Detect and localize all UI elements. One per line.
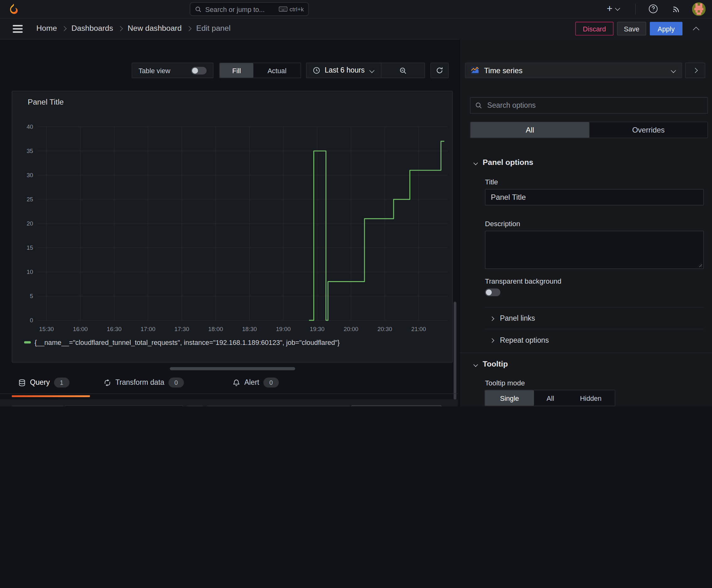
visualization-name: Time series	[484, 66, 522, 75]
visualization-picker[interactable]: Time series	[465, 63, 682, 78]
keyboard-icon	[278, 6, 287, 12]
tooltip-mode-label: Tooltip mode	[485, 379, 525, 387]
svg-text:20:00: 20:00	[343, 326, 358, 332]
refresh-icon	[436, 67, 443, 74]
control-divider	[381, 63, 382, 78]
vertical-scrollbar[interactable]	[454, 301, 456, 400]
svg-text:20:30: 20:30	[377, 326, 392, 332]
svg-text:40: 40	[27, 123, 33, 130]
fill-actual-group: Fill Actual	[219, 63, 301, 78]
datasource-help-button[interactable]	[187, 405, 203, 406]
breadcrumb-home[interactable]: Home	[37, 24, 57, 33]
table-view-toggle[interactable]	[191, 67, 207, 75]
section-chevron-icon	[473, 161, 478, 165]
description-textarea[interactable]	[485, 231, 704, 269]
svg-text:19:30: 19:30	[310, 326, 325, 332]
tooltip-all-option[interactable]: All	[534, 390, 567, 405]
options-pane: Time series All Overrides Panel options …	[459, 39, 712, 406]
tab-alert-label: Alert	[244, 378, 259, 387]
panel-resize-handle[interactable]	[170, 367, 295, 370]
new-menu-button[interactable]: +	[606, 4, 619, 13]
svg-text:21:00: 21:00	[411, 326, 426, 332]
refresh-button[interactable]	[430, 63, 449, 78]
menu-hamburger-icon[interactable]	[13, 25, 23, 33]
fill-option[interactable]: Fill	[220, 63, 253, 78]
transparent-background-label: Transparent background	[485, 277, 561, 285]
description-label: Description	[485, 220, 520, 228]
tab-query-label: Query	[30, 378, 50, 387]
discard-button[interactable]: Discard	[576, 22, 614, 35]
topbar-divider	[635, 4, 636, 15]
section-divider	[460, 352, 712, 353]
actual-option[interactable]: Actual	[253, 63, 300, 78]
user-avatar[interactable]	[692, 2, 706, 16]
resize-handle-icon[interactable]	[697, 262, 702, 267]
time-range-chevron-icon[interactable]	[369, 68, 374, 73]
repeat-options-label: Repeat options	[500, 336, 549, 344]
datasource-label: Data source	[12, 405, 64, 406]
panel-title-input-wrap	[485, 189, 704, 205]
svg-text:5: 5	[30, 293, 33, 299]
panel-links-row[interactable]: Panel links	[490, 314, 535, 322]
repeat-options-row[interactable]: Repeat options	[490, 336, 549, 344]
breadcrumb-dashboards[interactable]: Dashboards	[71, 24, 113, 33]
query-options-row[interactable]: MD = auto = 704 Interval = 30s	[207, 405, 350, 406]
collapse-options-button[interactable]	[685, 63, 706, 78]
save-button[interactable]: Save	[617, 22, 646, 35]
transparent-background-toggle[interactable]	[485, 288, 500, 296]
time-series-chart[interactable]: 051015202530354015:3016:0016:3017:0017:3…	[12, 91, 452, 362]
tab-transform-label: Transform data	[115, 378, 164, 387]
options-search-input[interactable]	[486, 101, 703, 110]
news-feed-icon[interactable]	[672, 4, 681, 13]
legend-series-label[interactable]: {__name__="cloudflared_tunnel_total_requ…	[35, 339, 340, 346]
zoom-out-icon[interactable]	[399, 67, 407, 75]
datasource-picker[interactable]: Prometheus	[65, 405, 183, 406]
chevron-down-icon	[615, 5, 620, 10]
search-placeholder: Search or jump to...	[205, 5, 265, 13]
search-icon	[195, 6, 202, 13]
apply-button[interactable]: Apply	[650, 22, 683, 35]
collapse-chevron-up-icon[interactable]	[694, 26, 698, 34]
plus-icon: +	[606, 4, 612, 13]
tab-query[interactable]: Query 1	[18, 374, 69, 392]
breadcrumb-separator-icon	[187, 26, 192, 31]
panel-preview[interactable]: Panel Title 051015202530354015:3016:0016…	[12, 91, 453, 362]
tooltip-hidden-option[interactable]: Hidden	[567, 390, 615, 405]
transform-icon	[104, 379, 111, 387]
search-shortcut: ctrl+k	[289, 6, 304, 13]
grafana-edit-panel-screen: Search or jump to... ctrl+k +	[0, 0, 712, 406]
grafana-logo-icon[interactable]	[7, 3, 19, 15]
chevron-right-icon	[490, 338, 494, 342]
options-search[interactable]	[470, 97, 708, 114]
tabs-divider	[0, 394, 458, 394]
svg-text:17:30: 17:30	[175, 326, 189, 332]
breadcrumb: Home Dashboards New dashboard Edit panel	[37, 19, 231, 39]
help-icon[interactable]	[649, 4, 658, 14]
chart-legend[interactable]: {__name__="cloudflared_tunnel_total_requ…	[24, 339, 340, 346]
time-range-control: Last 6 hours	[306, 63, 425, 78]
legend-series-marker	[24, 341, 31, 343]
clock-icon	[313, 67, 320, 74]
breadcrumb-new-dashboard[interactable]: New dashboard	[127, 24, 181, 33]
tooltip-header[interactable]: Tooltip	[474, 360, 508, 369]
title-label: Title	[485, 178, 498, 186]
query-inspector-button[interactable]: Query inspector	[352, 405, 441, 406]
search-icon	[475, 102, 482, 109]
tab-alert[interactable]: Alert 0	[233, 374, 279, 392]
tab-all[interactable]: All	[471, 122, 589, 138]
svg-text:20: 20	[27, 220, 33, 227]
tab-overrides[interactable]: Overrides	[589, 122, 707, 138]
panel-title-input[interactable]	[490, 192, 699, 202]
time-range-label[interactable]: Last 6 hours	[325, 66, 365, 75]
database-icon	[18, 379, 26, 387]
svg-text:17:00: 17:00	[141, 326, 155, 332]
panel-links-label: Panel links	[500, 314, 535, 322]
global-search-input[interactable]: Search or jump to... ctrl+k	[190, 2, 309, 16]
svg-text:35: 35	[27, 148, 33, 154]
tooltip-single-option[interactable]: Single	[485, 390, 534, 405]
divider	[485, 307, 704, 308]
chevron-right-icon	[693, 68, 697, 73]
tab-transform-count: 0	[168, 378, 184, 387]
tab-transform-data[interactable]: Transform data 0	[104, 374, 184, 392]
panel-options-header[interactable]: Panel options	[474, 158, 533, 167]
